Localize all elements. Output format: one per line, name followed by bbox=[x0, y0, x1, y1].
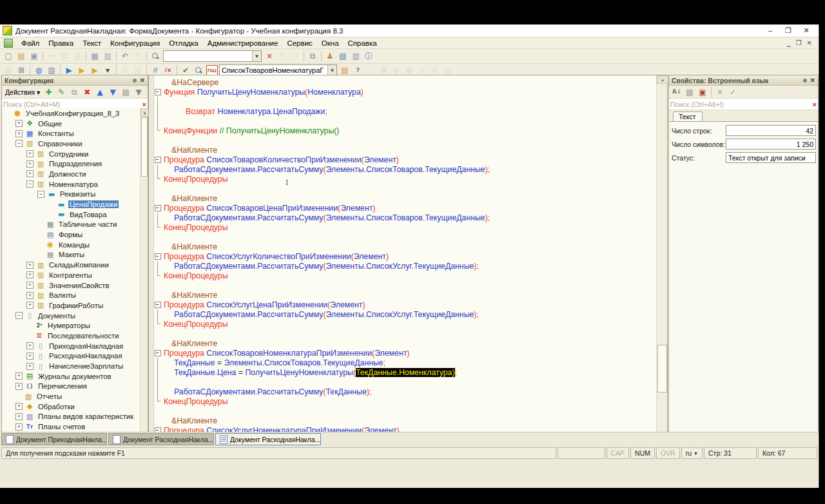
tree-item[interactable]: ▥Планы видов характеристик bbox=[2, 412, 141, 422]
expand-icon[interactable] bbox=[15, 120, 23, 127]
tree-scrollbar[interactable]: ▲ ▼ bbox=[140, 108, 148, 460]
expand-icon[interactable] bbox=[26, 160, 34, 168]
tree-item[interactable]: ▯РасходнаяНакладная bbox=[2, 351, 141, 362]
tree-item[interactable]: ▥ГрафикиРаботы bbox=[2, 300, 141, 311]
menu-Отладка[interactable]: Отладка bbox=[164, 39, 202, 48]
mdi-child-icon[interactable] bbox=[4, 39, 13, 48]
pin-icon[interactable] bbox=[133, 79, 137, 82]
collapse-margin[interactable] bbox=[154, 300, 164, 309]
expand-icon[interactable] bbox=[26, 353, 34, 360]
tree-item[interactable]: ▥Подразделения bbox=[2, 159, 141, 169]
menu-Файл[interactable]: Файл bbox=[17, 39, 44, 48]
paste-button[interactable]: ▤ bbox=[71, 50, 84, 62]
sort-alphabetical-button[interactable]: A↓ bbox=[670, 86, 683, 98]
menu-Текст[interactable]: Текст bbox=[78, 39, 106, 48]
find-combo[interactable]: ▼ bbox=[163, 50, 262, 62]
expand-icon[interactable] bbox=[26, 302, 34, 309]
tree-item[interactable]: {}Перечисления bbox=[2, 382, 141, 392]
collapse-margin[interactable] bbox=[154, 155, 164, 164]
move-down-button[interactable]: ▼ bbox=[106, 86, 119, 98]
redo-button[interactable]: ↷ bbox=[131, 50, 144, 62]
tree-item[interactable]: ▥Справочники bbox=[2, 139, 141, 149]
tree-item[interactable]: ▥Должности bbox=[2, 169, 141, 179]
expand-icon[interactable] bbox=[15, 373, 23, 380]
tree-item[interactable]: ▦Макеты bbox=[2, 250, 141, 260]
tree-item[interactable]: ▬Реквизиты bbox=[2, 189, 141, 200]
help-index-button[interactable]: ▤ bbox=[336, 50, 349, 62]
tree-item[interactable]: ▥Отчеты bbox=[2, 391, 141, 402]
collapse-icon[interactable] bbox=[37, 191, 44, 198]
expand-icon[interactable] bbox=[26, 262, 34, 269]
delete-button[interactable]: ✖ bbox=[81, 86, 93, 98]
mdi-minimize-button[interactable]: ‗ bbox=[787, 39, 791, 46]
tree-item[interactable]: ▯НачислениеЗарплаты bbox=[2, 361, 141, 371]
tree-item[interactable]: ❖Общие bbox=[2, 119, 141, 129]
collapse-margin[interactable] bbox=[154, 203, 164, 213]
menu-Сервис[interactable]: Сервис bbox=[282, 39, 316, 48]
properties-pin-icon[interactable] bbox=[803, 79, 807, 82]
properties-close-icon[interactable]: ✕ bbox=[810, 77, 815, 84]
undo-button[interactable]: ↶ bbox=[119, 50, 131, 62]
collapse-icon[interactable] bbox=[26, 180, 34, 188]
tree-item[interactable]: ▬ВидТовара bbox=[2, 209, 141, 220]
expand-icon[interactable] bbox=[26, 170, 34, 177]
clear-search-icon[interactable]: × bbox=[142, 101, 146, 108]
close-button[interactable]: ✕ bbox=[802, 26, 811, 35]
window-tab[interactable]: Документ РасходнаяНакла... bbox=[215, 433, 321, 445]
editor-scroll-thumb[interactable] bbox=[657, 345, 667, 393]
code-area[interactable]: &НаСервереФункция ПолучитьЦенуНоменклату… bbox=[154, 75, 656, 449]
menu-Правка[interactable]: Правка bbox=[44, 39, 78, 48]
tree-item[interactable]: ▥Валюты bbox=[2, 290, 141, 300]
window-tab[interactable]: Документ ПриходнаяНакла... bbox=[1, 433, 107, 445]
save-button[interactable]: ▣ bbox=[28, 50, 41, 62]
cut-button[interactable]: ✂ bbox=[45, 50, 58, 62]
editor-scrollbar[interactable]: ▲ ▼ bbox=[656, 75, 667, 449]
tree-item[interactable]: ▦Табличные части bbox=[2, 220, 141, 230]
tree-item[interactable]: ≣Последовательности bbox=[2, 331, 141, 341]
module-editor[interactable]: &НаСервереФункция ПолучитьЦенуНоменклату… bbox=[148, 75, 668, 460]
find-next-button[interactable]: ↻ bbox=[276, 50, 289, 62]
tree-item[interactable]: ТтПланы счетов bbox=[2, 422, 141, 432]
display-by-categories-button[interactable]: ▤ bbox=[683, 86, 696, 98]
new-document-button[interactable]: ▢ bbox=[2, 50, 15, 62]
collapse-icon[interactable] bbox=[15, 140, 23, 147]
property-value[interactable]: 1 250 bbox=[726, 139, 816, 150]
expand-icon[interactable] bbox=[26, 282, 34, 289]
important-properties-button[interactable]: ▣ bbox=[696, 86, 709, 98]
tree-item[interactable]: ▯Документы bbox=[2, 311, 141, 321]
properties-clear-search-icon[interactable]: × bbox=[813, 101, 817, 108]
tab-text[interactable]: Текст bbox=[673, 111, 703, 121]
syntax-context-help-button[interactable]: ♟ bbox=[324, 50, 336, 62]
filter-button[interactable]: ▼ bbox=[132, 86, 145, 98]
tree-item[interactable]: ▥Номенклатура bbox=[2, 179, 141, 189]
collapse-icon[interactable] bbox=[15, 312, 23, 319]
expand-icon[interactable] bbox=[15, 423, 23, 431]
expand-icon[interactable] bbox=[15, 383, 23, 390]
open-file-button[interactable]: ▤ bbox=[15, 50, 28, 62]
tree-item[interactable]: ▬ЦенаПродажи bbox=[2, 199, 141, 209]
tree-item[interactable]: ◆Обработки bbox=[2, 402, 141, 412]
sort-list-button[interactable]: ▤ bbox=[119, 86, 132, 98]
mdi-restore-button[interactable]: ❐ bbox=[796, 39, 802, 46]
find-previous-button[interactable]: ↺ bbox=[289, 50, 302, 62]
print-preview-button[interactable]: ▥ bbox=[101, 50, 114, 62]
change-button[interactable]: ✎ bbox=[55, 86, 68, 98]
help-contents-button[interactable]: ▥ bbox=[349, 50, 362, 62]
expand-icon[interactable] bbox=[26, 342, 34, 349]
apply-changes-button[interactable]: ✓ bbox=[726, 86, 739, 98]
tree-item[interactable]: ◉Команды bbox=[2, 240, 141, 250]
minimize-button[interactable]: – bbox=[766, 26, 775, 35]
tree-item[interactable]: ▥Сотрудники bbox=[2, 149, 141, 159]
menu-Администрирование[interactable]: Администрирование bbox=[203, 39, 283, 48]
tree-item[interactable]: ▥СкладыКомпании bbox=[2, 260, 141, 270]
tree-item[interactable]: ▤Формы bbox=[2, 229, 141, 240]
maximize-button[interactable]: ❐ bbox=[784, 26, 793, 35]
tree-item[interactable]: ▥ЗначенияСвойств bbox=[2, 280, 141, 291]
language-selector[interactable]: ru ▼ bbox=[681, 447, 703, 459]
print-button[interactable]: ▦ bbox=[88, 50, 101, 62]
expand-icon[interactable] bbox=[15, 403, 23, 410]
expand-icon[interactable] bbox=[26, 363, 34, 370]
property-value[interactable]: 42 bbox=[726, 125, 816, 136]
panel-close-icon[interactable]: ✕ bbox=[140, 77, 145, 84]
about-button[interactable]: ⓘ bbox=[362, 50, 375, 62]
